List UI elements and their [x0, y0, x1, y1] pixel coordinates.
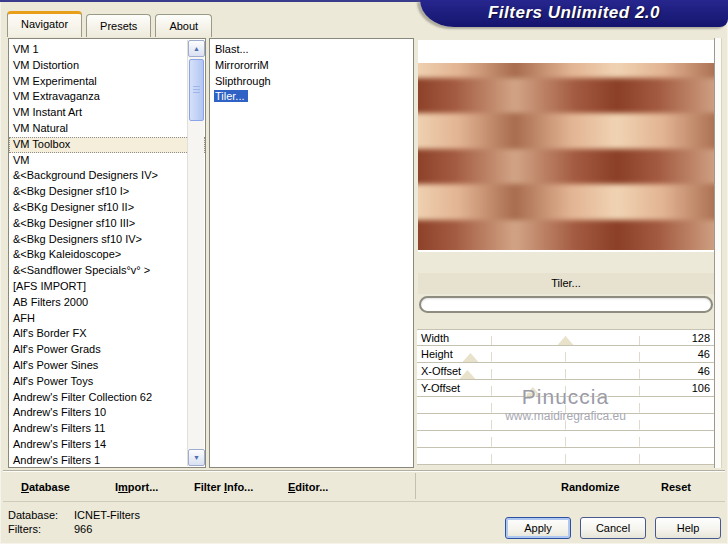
param-value: 46 [698, 346, 710, 362]
category-item[interactable]: &<Bkg Designer sf10 III> [9, 216, 205, 232]
toolbar-divider [415, 473, 416, 499]
filter-item[interactable]: Blast... [210, 42, 413, 58]
category-item[interactable]: &<BKg Designer sf10 II> [9, 200, 205, 216]
param-row-empty [417, 431, 714, 448]
watermark-name: Pinuccia [417, 385, 714, 409]
category-item[interactable]: Alf's Power Grads [9, 342, 205, 358]
preview-tile [617, 149, 714, 184]
preview-scroll-track[interactable] [714, 38, 722, 468]
title-banner: Filters Unlimited 2.0 [420, 0, 728, 27]
help-button[interactable]: Help [655, 517, 721, 539]
category-item[interactable]: Andrew's Filters 1 [9, 453, 205, 468]
param-value: 128 [692, 330, 710, 346]
param-row-x-offset[interactable]: X-Offset 46 [417, 363, 714, 380]
apply-button[interactable]: Apply [505, 517, 571, 539]
preview-tile [617, 220, 714, 250]
filter-item-selected[interactable]: Tiler... [210, 89, 413, 105]
editor-button[interactable]: Editor... [288, 471, 328, 503]
preview-tile [515, 78, 617, 113]
category-item[interactable]: AB Filters 2000 [9, 295, 205, 311]
scrollbar-thumb[interactable] [189, 59, 204, 121]
filter-item[interactable]: MirrororriM [210, 58, 413, 74]
param-row-width[interactable]: Width 128 [417, 329, 714, 346]
category-item[interactable]: VM [9, 153, 205, 169]
category-item[interactable]: VM Extravaganza [9, 89, 205, 105]
preview-tile [515, 63, 617, 78]
scroll-down-icon[interactable]: ▼ [188, 449, 205, 466]
watermark-url: www.maidiregrafica.eu [417, 409, 714, 423]
filter-info-button[interactable]: Filter Info... [194, 471, 253, 503]
import-button[interactable]: Import... [115, 471, 158, 503]
preview-tile [515, 113, 617, 148]
tab-presets[interactable]: Presets [86, 14, 151, 37]
param-label: X-Offset [421, 363, 461, 379]
preview-tile [418, 149, 515, 184]
preview-tile [617, 113, 714, 148]
category-item[interactable]: Alf's Power Sines [9, 358, 205, 374]
param-label: Height [421, 346, 453, 362]
param-value: 46 [698, 363, 710, 379]
filter-list[interactable]: Blast... MirrororriM Slipthrough Tiler..… [209, 38, 414, 468]
reset-button[interactable]: Reset [661, 471, 691, 503]
randomize-button[interactable]: Randomize [561, 471, 620, 503]
preview-pattern [418, 63, 714, 250]
filters-unlimited-window: Filters Unlimited 2.0 Navigator Presets … [0, 0, 728, 544]
param-slider-marker[interactable] [462, 353, 478, 362]
preview-tile [515, 220, 617, 250]
category-item[interactable]: Andrew's Filters 10 [9, 405, 205, 421]
window-title: Filters Unlimited 2.0 [488, 3, 660, 22]
category-scrollbar[interactable]: ▲ ▼ [187, 40, 204, 466]
filter-preview[interactable] [418, 40, 714, 252]
preview-tile [418, 78, 515, 113]
filters-count: 966 [74, 523, 92, 535]
preview-panel: Tiler... Width 128 Height 46 X-Offset 46… [417, 38, 723, 468]
preview-tile [515, 184, 617, 219]
database-value: ICNET-Filters [74, 509, 140, 521]
category-item[interactable]: Alf's Power Toys [9, 374, 205, 390]
param-slider-marker[interactable] [459, 370, 475, 379]
category-item[interactable]: VM 1 [9, 42, 205, 58]
category-item-selected[interactable]: VM Toolbox [9, 137, 205, 153]
category-item[interactable]: AFH [9, 311, 205, 327]
preview-tile [418, 113, 515, 148]
category-item[interactable]: Andrew's Filter Collection 62 [9, 390, 205, 406]
category-item[interactable]: Andrew's Filters 14 [9, 437, 205, 453]
database-label: Database: [8, 508, 74, 522]
toolbar: Database Import... Filter Info... Editor… [3, 470, 725, 502]
tab-bar: Navigator Presets About [7, 11, 216, 37]
category-item[interactable]: Andrew's Filters 11 [9, 421, 205, 437]
preview-tile [617, 78, 714, 113]
category-item[interactable]: &<Sandflower Specials°v° > [9, 263, 205, 279]
category-list[interactable]: VM 1 VM Distortion VM Experimental VM Ex… [8, 38, 206, 468]
param-label: Width [421, 330, 449, 346]
category-item[interactable]: VM Natural [9, 121, 205, 137]
param-row-height[interactable]: Height 46 [417, 346, 714, 363]
tab-about[interactable]: About [155, 14, 212, 37]
preview-tile [418, 220, 515, 250]
tab-navigator[interactable]: Navigator [7, 11, 82, 37]
preview-tile [418, 63, 515, 78]
scroll-up-icon[interactable]: ▲ [188, 40, 205, 57]
cancel-button[interactable]: Cancel [580, 517, 646, 539]
param-slider-marker[interactable] [558, 336, 574, 345]
category-item[interactable]: &<Bkg Kaleidoscope> [9, 247, 205, 263]
selected-filter-title: Tiler... [418, 273, 714, 294]
param-row-empty [417, 448, 714, 465]
preview-slider[interactable] [419, 296, 713, 313]
preview-pattern-grid [418, 63, 714, 250]
category-item[interactable]: [AFS IMPORT] [9, 279, 205, 295]
filters-label: Filters: [8, 522, 74, 536]
database-button[interactable]: Database [21, 471, 70, 503]
category-item[interactable]: &<Bkg Designers sf10 IV> [9, 232, 205, 248]
category-item[interactable]: Alf's Border FX [9, 326, 205, 342]
filter-item[interactable]: Slipthrough [210, 74, 413, 90]
category-item[interactable]: &<Background Designers IV> [9, 168, 205, 184]
category-item[interactable]: VM Distortion [9, 58, 205, 74]
preview-tile [617, 63, 714, 78]
preview-tile [418, 184, 515, 219]
category-item[interactable]: &<Bkg Designer sf10 I> [9, 184, 205, 200]
status-filters-row: Filters:966 [8, 522, 140, 536]
category-item[interactable]: VM Instant Art [9, 105, 205, 121]
category-item[interactable]: VM Experimental [9, 74, 205, 90]
preview-tile [515, 149, 617, 184]
